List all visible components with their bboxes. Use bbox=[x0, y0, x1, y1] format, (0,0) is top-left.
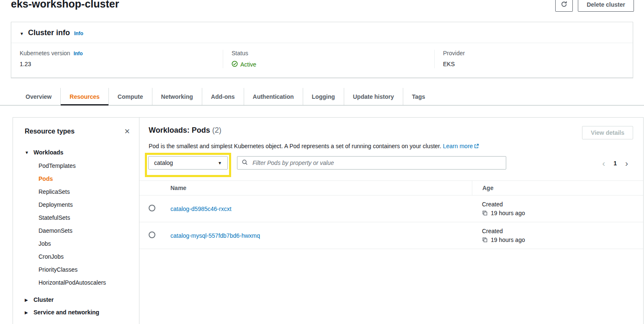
pods-main-panel: Workloads: Pods (2) View details Pod is … bbox=[139, 118, 643, 324]
cluster-info-body: Kubernetes version Info 1.23 Status Acti… bbox=[11, 43, 633, 77]
current-page[interactable]: 1 bbox=[613, 160, 617, 167]
tab-compute[interactable]: Compute bbox=[108, 88, 152, 105]
kubernetes-version-value: 1.23 bbox=[20, 61, 214, 67]
annotation-highlight-box: catalog ▼ bbox=[145, 153, 231, 177]
collapse-triangle-icon: ▼ bbox=[20, 31, 24, 36]
sidebar-item-horizontalpodautoscalers[interactable]: HorizontalPodAutoscalers bbox=[19, 276, 133, 289]
row-select-radio[interactable] bbox=[149, 205, 155, 211]
tab-networking[interactable]: Networking bbox=[152, 88, 202, 105]
external-link-icon bbox=[473, 143, 479, 149]
pods-count: (2) bbox=[212, 126, 222, 134]
filter-row: catalog ▼ ‹ 1 › bbox=[149, 154, 633, 177]
status-value: Active bbox=[232, 61, 426, 68]
sidebar-item-pods[interactable]: Pods bbox=[19, 172, 133, 185]
age-column-header: Age bbox=[472, 181, 643, 195]
resource-tree: ▼ Workloads PodTemplates Pods ReplicaSet… bbox=[19, 146, 133, 319]
sidebar-item-jobs[interactable]: Jobs bbox=[19, 237, 133, 250]
chevron-right-icon[interactable]: › bbox=[625, 159, 628, 167]
row-select-radio[interactable] bbox=[149, 231, 155, 238]
close-icon[interactable]: × bbox=[124, 127, 130, 136]
status-label: Status bbox=[232, 50, 426, 57]
age-value: 19 hours ago bbox=[491, 237, 525, 243]
table-header-row: Name Age bbox=[139, 180, 643, 195]
pods-table: Name Age catalog-d5985c46-rxcxt Created bbox=[139, 180, 643, 249]
table-row: catalog-mysql-557fdb7bd6-hwxmq Created 1… bbox=[139, 222, 643, 249]
sidebar-item-podtemplates[interactable]: PodTemplates bbox=[19, 159, 133, 172]
search-icon bbox=[242, 159, 248, 167]
search-input[interactable] bbox=[252, 159, 502, 167]
copy-icon[interactable] bbox=[482, 237, 488, 243]
pod-name-link[interactable]: catalog-mysql-557fdb7bd6-hwxmq bbox=[170, 232, 260, 239]
pagination: ‹ 1 › bbox=[602, 159, 633, 167]
page-title: eks-workshop-cluster bbox=[11, 0, 119, 11]
resources-panel: Resource types × ▼ Workloads PodTemplate… bbox=[13, 117, 644, 324]
tab-tags[interactable]: Tags bbox=[403, 88, 434, 105]
tree-section-cluster[interactable]: ▶ Cluster bbox=[19, 293, 133, 306]
tab-overview[interactable]: Overview bbox=[17, 88, 60, 105]
header-actions: Delete cluster bbox=[555, 0, 634, 12]
cluster-tabs: Overview Resources Compute Networking Ad… bbox=[0, 88, 644, 105]
sidebar-title: Resource types bbox=[25, 128, 75, 135]
view-details-button[interactable]: View details bbox=[582, 126, 633, 139]
provider-value: EKS bbox=[443, 61, 624, 67]
tab-resources[interactable]: Resources bbox=[60, 88, 108, 105]
refresh-button[interactable] bbox=[555, 0, 573, 12]
triangle-right-icon: ▶ bbox=[25, 298, 29, 302]
kubernetes-version-label: Kubernetes version Info bbox=[20, 50, 214, 57]
age-value: 19 hours ago bbox=[491, 210, 525, 216]
pods-header: Workloads: Pods (2) View details bbox=[149, 126, 633, 139]
caret-down-icon: ▼ bbox=[218, 161, 222, 165]
cluster-info-info-link[interactable]: Info bbox=[74, 31, 83, 36]
table-row: catalog-d5985c46-rxcxt Created 19 hours … bbox=[139, 195, 643, 222]
provider-label: Provider bbox=[443, 50, 624, 57]
provider-field: Provider EKS bbox=[434, 50, 633, 68]
sidebar-item-statefulsets[interactable]: StatefulSets bbox=[19, 211, 133, 224]
delete-cluster-button[interactable]: Delete cluster bbox=[578, 0, 634, 12]
sidebar-item-cronjobs[interactable]: CronJobs bbox=[19, 250, 133, 263]
copy-icon[interactable] bbox=[482, 210, 488, 216]
kubernetes-version-info-link[interactable]: Info bbox=[74, 51, 83, 57]
chevron-left-icon[interactable]: ‹ bbox=[602, 159, 605, 167]
learn-more-link[interactable]: Learn more bbox=[443, 143, 479, 149]
tab-update-history[interactable]: Update history bbox=[344, 88, 403, 105]
tree-section-workloads[interactable]: ▼ Workloads bbox=[19, 146, 133, 159]
refresh-icon bbox=[561, 1, 567, 9]
cluster-info-header[interactable]: ▼ Cluster info Info bbox=[11, 22, 633, 43]
tab-authentication[interactable]: Authentication bbox=[244, 88, 303, 105]
status-check-icon bbox=[232, 61, 238, 68]
status-field: Status Active bbox=[223, 50, 434, 68]
sidebar-item-replicasets[interactable]: ReplicaSets bbox=[19, 185, 133, 198]
pods-heading: Workloads: Pods (2) bbox=[149, 126, 222, 135]
pod-name-link[interactable]: catalog-d5985c46-rxcxt bbox=[170, 206, 232, 212]
sidebar-item-priorityclasses[interactable]: PriorityClasses bbox=[19, 263, 133, 276]
created-label: Created bbox=[482, 228, 643, 234]
tab-add-ons[interactable]: Add-ons bbox=[202, 88, 244, 105]
triangle-down-icon: ▼ bbox=[25, 150, 29, 155]
cluster-info-title: Cluster info bbox=[28, 28, 70, 37]
created-label: Created bbox=[482, 201, 643, 208]
tab-logging[interactable]: Logging bbox=[303, 88, 344, 105]
name-column-header: Name bbox=[170, 185, 472, 191]
sidebar-item-daemonsets[interactable]: DaemonSets bbox=[19, 224, 133, 237]
namespace-filter-dropdown[interactable]: catalog ▼ bbox=[148, 156, 228, 170]
pods-filter-search[interactable] bbox=[237, 156, 506, 170]
kubernetes-version-field: Kubernetes version Info 1.23 bbox=[11, 50, 223, 68]
sidebar-header: Resource types × bbox=[19, 127, 133, 136]
page-header: eks-workshop-cluster Delete cluster bbox=[0, 0, 644, 12]
dropdown-selected-value: catalog bbox=[154, 159, 173, 166]
sidebar-item-deployments[interactable]: Deployments bbox=[19, 198, 133, 211]
triangle-right-icon: ▶ bbox=[25, 310, 29, 315]
cluster-info-card: ▼ Cluster info Info Kubernetes version I… bbox=[11, 22, 633, 78]
workloads-items: PodTemplates Pods ReplicaSets Deployment… bbox=[19, 159, 133, 289]
pods-description: Pod is the smallest and simplest Kuberne… bbox=[149, 143, 633, 149]
resource-types-sidebar: Resource types × ▼ Workloads PodTemplate… bbox=[13, 118, 139, 324]
tree-section-service-networking[interactable]: ▶ Service and networking bbox=[19, 306, 133, 319]
